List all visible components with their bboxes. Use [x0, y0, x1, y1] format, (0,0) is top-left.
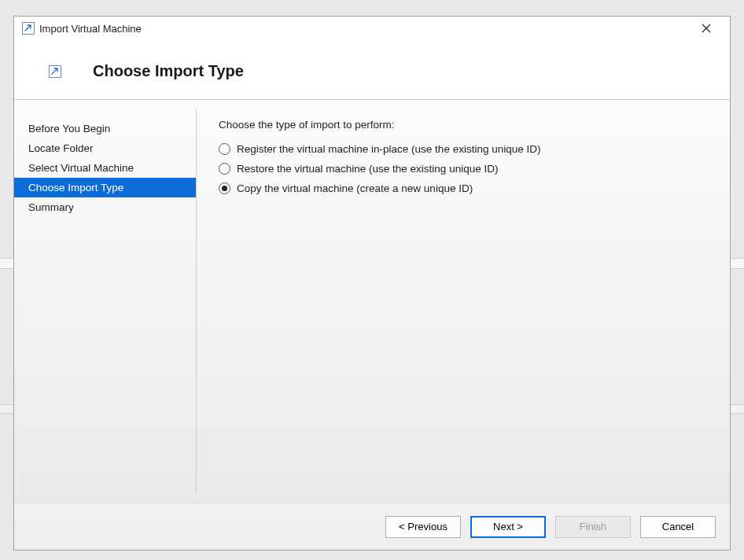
close-icon	[701, 23, 712, 34]
import-vm-dialog: Import Virtual Machine Choose Import Typ…	[13, 16, 731, 551]
content-panel: Choose the type of import to perform: Re…	[197, 100, 730, 503]
page-header: Choose Import Type	[14, 40, 730, 100]
window-title: Import Virtual Machine	[39, 23, 142, 35]
step-locate-folder[interactable]: Locate Folder	[14, 138, 196, 158]
step-before-you-begin[interactable]: Before You Begin	[14, 119, 196, 138]
header-arrow-icon	[49, 65, 61, 78]
cancel-button[interactable]: Cancel	[640, 516, 716, 538]
app-arrow-icon	[22, 22, 35, 35]
titlebar: Import Virtual Machine	[14, 17, 730, 40]
radio-icon	[219, 143, 230, 155]
radio-copy-vm[interactable]: Copy the virtual machine (create a new u…	[219, 182, 708, 194]
finish-button: Finish	[555, 516, 631, 538]
step-choose-import-type[interactable]: Choose Import Type	[14, 178, 196, 197]
radio-icon	[219, 163, 230, 175]
page-title: Choose Import Type	[93, 62, 244, 80]
prompt-text: Choose the type of import to perform:	[219, 119, 708, 131]
previous-button[interactable]: < Previous	[385, 516, 461, 538]
radio-icon	[219, 182, 230, 194]
radio-label: Restore the virtual machine (use the exi…	[237, 163, 498, 175]
close-button[interactable]	[691, 17, 722, 39]
radio-restore-vm[interactable]: Restore the virtual machine (use the exi…	[219, 163, 708, 175]
next-button[interactable]: Next >	[470, 516, 546, 538]
step-select-virtual-machine[interactable]: Select Virtual Machine	[14, 158, 196, 178]
radio-label: Copy the virtual machine (create a new u…	[237, 182, 473, 194]
radio-label: Register the virtual machine in-place (u…	[237, 143, 540, 155]
body: Before You Begin Locate Folder Select Vi…	[14, 100, 730, 503]
wizard-steps-sidebar: Before You Begin Locate Folder Select Vi…	[14, 109, 197, 493]
radio-register-in-place[interactable]: Register the virtual machine in-place (u…	[219, 143, 708, 155]
step-summary[interactable]: Summary	[14, 197, 196, 217]
footer: < Previous Next > Finish Cancel	[14, 503, 730, 550]
